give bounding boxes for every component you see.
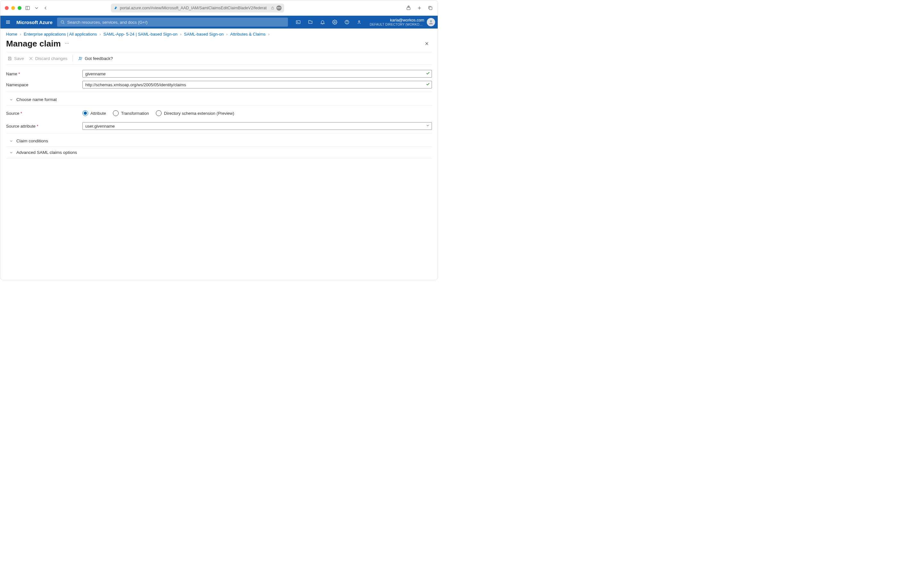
- breadcrumb-saml-signon[interactable]: SAML-based Sign-on: [184, 32, 224, 37]
- advanced-options-label: Advanced SAML claims options: [16, 150, 77, 155]
- blade-header: Manage claim ⋯: [0, 37, 438, 52]
- chevron-down-icon: [9, 98, 13, 102]
- chevron-right-icon: ›: [99, 32, 101, 37]
- browser-toolbar: portal.azure.com/#view/Microsoft_AAD_IAM…: [0, 0, 438, 16]
- valid-check-icon: [426, 71, 430, 76]
- save-label: Save: [14, 56, 24, 61]
- back-icon[interactable]: [43, 5, 48, 11]
- radio-transformation-label: Transformation: [121, 111, 149, 116]
- radio-attribute[interactable]: Attribute: [82, 110, 106, 116]
- chevron-right-icon: ›: [268, 32, 269, 37]
- svg-point-14: [334, 21, 335, 23]
- global-search[interactable]: [57, 18, 288, 27]
- chevron-down-icon[interactable]: [34, 5, 39, 11]
- row-namespace: Namespace: [6, 79, 432, 92]
- radio-icon: [113, 110, 119, 116]
- breadcrumb: Home › Enterprise applications | All app…: [0, 29, 438, 37]
- feedback-icon[interactable]: [353, 16, 365, 29]
- command-bar: Save Discard changes Got feedback?: [6, 52, 432, 65]
- source-attribute-select[interactable]: user.givenname: [82, 122, 432, 130]
- source-radio-group: Attribute Transformation Directory schem…: [82, 110, 432, 116]
- more-actions-icon[interactable]: ⋯: [65, 41, 69, 47]
- chevron-down-icon: [9, 139, 13, 143]
- save-button[interactable]: Save: [7, 56, 24, 61]
- address-url: portal.azure.com/#view/Microsoft_AAD_IAM…: [120, 6, 269, 10]
- feedback-button[interactable]: Got feedback?: [78, 56, 113, 61]
- expander-choose-name-format[interactable]: Choose name format: [6, 94, 432, 105]
- svg-rect-0: [26, 6, 29, 10]
- svg-rect-12: [296, 21, 300, 23]
- brand-label[interactable]: Microsoft Azure: [16, 19, 57, 25]
- feedback-person-icon: [78, 56, 83, 61]
- name-input[interactable]: [82, 70, 432, 78]
- svg-rect-3: [407, 7, 410, 10]
- header-icons: karla@workos.com DEFAULT DIRECTORY (WORK…: [292, 16, 438, 29]
- discard-button[interactable]: Discard changes: [29, 56, 68, 61]
- help-icon[interactable]: [341, 16, 353, 29]
- cloud-shell-icon[interactable]: [292, 16, 304, 29]
- notifications-icon[interactable]: [317, 16, 329, 29]
- azure-header: Microsoft Azure karla@workos.com DEFAULT…: [0, 16, 438, 29]
- divider: [73, 55, 73, 62]
- chevron-right-icon: ›: [226, 32, 227, 37]
- source-label: Source *: [6, 111, 82, 116]
- address-bar[interactable]: portal.azure.com/#view/Microsoft_AAD_IAM…: [111, 3, 284, 13]
- minimize-window-icon[interactable]: [11, 6, 15, 10]
- settings-icon[interactable]: [329, 16, 341, 29]
- svg-point-26: [81, 59, 82, 59]
- svg-rect-2: [271, 8, 273, 9]
- row-source: Source * Attribute Transformation Direct…: [6, 107, 432, 119]
- row-name: Name *: [6, 68, 432, 79]
- app-window: portal.azure.com/#view/Microsoft_AAD_IAM…: [0, 0, 438, 280]
- chevron-right-icon: ›: [20, 32, 21, 37]
- discard-label: Discard changes: [35, 56, 68, 61]
- account-directory: DEFAULT DIRECTORY (WORKOSK...: [370, 23, 424, 27]
- svg-rect-21: [9, 57, 10, 58]
- valid-check-icon: [426, 82, 430, 87]
- sidebar-toggle-icon[interactable]: [25, 5, 31, 11]
- share-icon[interactable]: [405, 5, 412, 11]
- directories-icon[interactable]: [304, 16, 317, 29]
- breadcrumb-attributes-claims[interactable]: Attributes & Claims: [230, 32, 266, 37]
- tabs-icon[interactable]: [428, 5, 433, 11]
- feedback-label: Got feedback?: [85, 56, 113, 61]
- window-controls: [5, 6, 21, 10]
- account-menu[interactable]: karla@workos.com DEFAULT DIRECTORY (WORK…: [365, 18, 438, 27]
- claim-form: Name * Namespace Choose name format Sour…: [0, 65, 438, 162]
- row-source-attribute: Source attribute * user.givenname: [6, 119, 432, 133]
- page-title: Manage claim: [6, 39, 61, 49]
- global-search-input[interactable]: [67, 20, 285, 25]
- breadcrumb-enterprise-apps[interactable]: Enterprise applications | All applicatio…: [24, 32, 97, 37]
- svg-point-17: [359, 21, 360, 22]
- radio-transformation[interactable]: Transformation: [113, 110, 149, 116]
- radio-icon: [82, 110, 88, 116]
- search-icon: [60, 20, 65, 24]
- radio-attribute-label: Attribute: [90, 111, 106, 116]
- radio-directory-schema[interactable]: Directory schema extension (Preview): [156, 110, 234, 116]
- chevron-down-icon: [426, 124, 430, 129]
- breadcrumb-saml-app[interactable]: SAML-App- 5-24 | SAML-based Sign-on: [103, 32, 178, 37]
- source-attribute-value: user.givenname: [85, 124, 115, 129]
- radio-icon: [156, 110, 162, 116]
- radio-directory-schema-label: Directory schema extension (Preview): [164, 111, 234, 116]
- site-settings-icon[interactable]: •••: [276, 5, 281, 11]
- breadcrumb-home[interactable]: Home: [6, 32, 17, 37]
- expander-claim-conditions[interactable]: Claim conditions: [6, 135, 432, 147]
- namespace-input[interactable]: [82, 81, 432, 89]
- name-label: Name *: [6, 71, 82, 76]
- svg-point-18: [430, 20, 432, 22]
- new-tab-icon[interactable]: [417, 5, 422, 11]
- browser-right-icons: [405, 5, 433, 11]
- choose-name-format-label: Choose name format: [16, 97, 57, 102]
- close-window-icon[interactable]: [5, 6, 9, 10]
- portal-menu-button[interactable]: [0, 16, 16, 29]
- close-blade-button[interactable]: [422, 39, 432, 49]
- maximize-window-icon[interactable]: [18, 6, 21, 10]
- svg-point-25: [79, 57, 81, 58]
- expander-advanced-options[interactable]: Advanced SAML claims options: [6, 147, 432, 158]
- svg-point-16: [347, 23, 347, 23]
- save-icon: [7, 56, 12, 61]
- discard-icon: [29, 56, 33, 61]
- lock-icon: [271, 6, 275, 10]
- azure-favicon-icon: [113, 6, 118, 10]
